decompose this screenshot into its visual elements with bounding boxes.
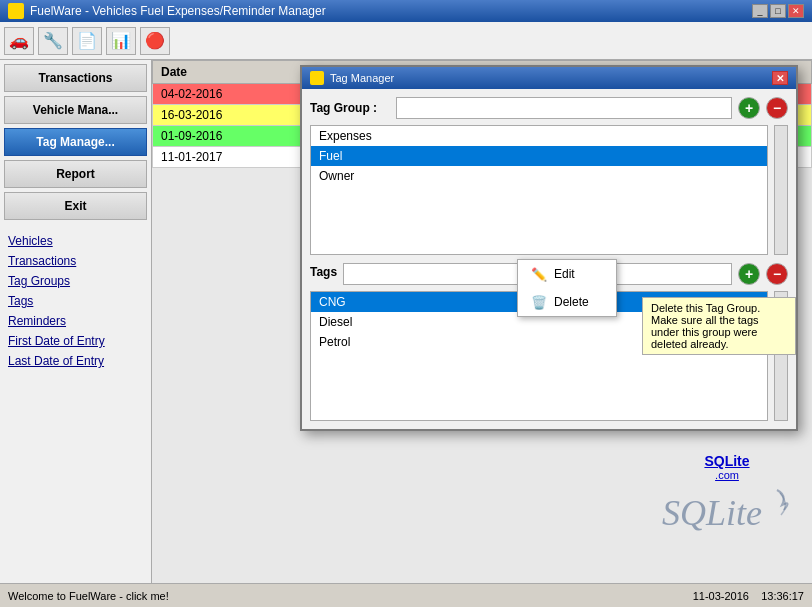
tag-group-row: Tag Group : + −	[310, 97, 788, 119]
list-item[interactable]: Expenses	[311, 126, 767, 146]
dialog-icon	[310, 71, 324, 85]
add-tag-group-button[interactable]: +	[738, 97, 760, 119]
toolbar-chart-icon[interactable]: 📊	[106, 27, 136, 55]
toolbar-doc-icon[interactable]: 📄	[72, 27, 102, 55]
delete-label: Delete	[554, 295, 589, 309]
context-menu: ✏️ Edit 🗑️ Delete	[517, 259, 617, 317]
tag-group-label: Tag Group :	[310, 101, 390, 115]
remove-tag-group-button[interactable]: −	[766, 97, 788, 119]
edit-label: Edit	[554, 267, 575, 281]
status-time: 13:36:17	[761, 590, 804, 602]
title-bar-title: FuelWare - Vehicles Fuel Expenses/Remind…	[30, 4, 326, 18]
app-icon	[8, 3, 24, 19]
content-area: Date 04-02-2016 16-03-2016 01-09-2016 11…	[152, 60, 812, 583]
list-item[interactable]: Owner	[311, 166, 767, 186]
sidebar-link-reminders[interactable]: Reminders	[4, 312, 147, 330]
delete-icon: 🗑️	[530, 293, 548, 311]
sidebar-link-last-date[interactable]: Last Date of Entry	[4, 352, 147, 370]
sidebar-link-tag-groups[interactable]: Tag Groups	[4, 272, 147, 290]
tag-group-input[interactable]	[396, 97, 732, 119]
dialog-title-bar: Tag Manager ✕	[302, 67, 796, 89]
title-bar-left: FuelWare - Vehicles Fuel Expenses/Remind…	[8, 3, 326, 19]
dialog-title-left: Tag Manager	[310, 71, 394, 85]
title-bar: FuelWare - Vehicles Fuel Expenses/Remind…	[0, 0, 812, 22]
minimize-button[interactable]: _	[752, 4, 768, 18]
tag-manager-button[interactable]: Tag Manage...	[4, 128, 147, 156]
status-datetime: 11-03-2016 13:36:17	[693, 590, 804, 602]
sqlite-url[interactable]: .com	[662, 469, 792, 481]
status-message[interactable]: Welcome to FuelWare - click me!	[8, 590, 169, 602]
context-edit-item[interactable]: ✏️ Edit	[518, 260, 616, 288]
main-area: Transactions Vehicle Mana... Tag Manage.…	[0, 60, 812, 583]
edit-icon: ✏️	[530, 265, 548, 283]
context-delete-item[interactable]: 🗑️ Delete	[518, 288, 616, 316]
toolbar-car-icon[interactable]: 🚗	[4, 27, 34, 55]
toolbar: 🚗 🔧 📄 📊 🔴	[0, 22, 812, 60]
sidebar: Transactions Vehicle Mana... Tag Manage.…	[0, 60, 152, 583]
status-date: 11-03-2016	[693, 590, 749, 602]
tag-manager-dialog: Tag Manager ✕ Tag Group : + − Expenses	[300, 65, 798, 431]
exit-button[interactable]: Exit	[4, 192, 147, 220]
title-bar-controls: _ □ ✕	[752, 4, 804, 18]
svg-text:SQLite: SQLite	[662, 493, 762, 533]
dialog-close-button[interactable]: ✕	[772, 71, 788, 85]
status-bar: Welcome to FuelWare - click me! 11-03-20…	[0, 583, 812, 607]
delete-tooltip: Delete this Tag Group. Make sure all the…	[642, 297, 796, 355]
vehicle-manager-button[interactable]: Vehicle Mana...	[4, 96, 147, 124]
list-item[interactable]: Fuel	[311, 146, 767, 166]
maximize-button[interactable]: □	[770, 4, 786, 18]
sidebar-link-tags[interactable]: Tags	[4, 292, 147, 310]
groups-container: Expenses Fuel Owner	[310, 125, 788, 255]
remove-tag-button[interactable]: −	[766, 263, 788, 285]
sqlite-logo: SQLite	[662, 485, 792, 543]
sqlite-link[interactable]: SQLite	[662, 453, 792, 469]
sidebar-links: Vehicles Transactions Tag Groups Tags Re…	[4, 232, 147, 370]
add-tag-button[interactable]: +	[738, 263, 760, 285]
sidebar-link-transactions[interactable]: Transactions	[4, 252, 147, 270]
sidebar-link-first-date[interactable]: First Date of Entry	[4, 332, 147, 350]
sidebar-link-vehicles[interactable]: Vehicles	[4, 232, 147, 250]
transactions-button[interactable]: Transactions	[4, 64, 147, 92]
dialog-title: Tag Manager	[330, 72, 394, 84]
toolbar-exit-icon[interactable]: 🔴	[140, 27, 170, 55]
groups-list-scrollbar[interactable]	[774, 125, 788, 255]
toolbar-wrench-icon[interactable]: 🔧	[38, 27, 68, 55]
report-button[interactable]: Report	[4, 160, 147, 188]
groups-list[interactable]: Expenses Fuel Owner	[310, 125, 768, 255]
close-button[interactable]: ✕	[788, 4, 804, 18]
sqlite-area: SQLite .com SQLite	[662, 453, 792, 543]
tags-label: Tags	[310, 265, 337, 279]
